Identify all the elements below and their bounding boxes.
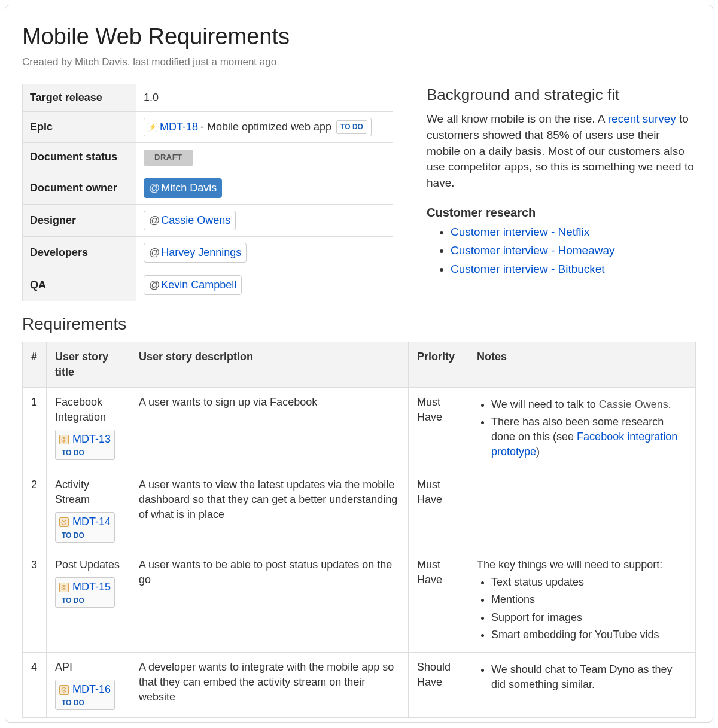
col-notes: Notes xyxy=(468,342,696,387)
row-title-cell: Facebook Integration◎MDT-13TO DO xyxy=(47,387,130,470)
col-desc: User story description xyxy=(130,342,409,387)
meta-label-designer: Designer xyxy=(23,204,136,236)
research-link-item: Customer interview - Netflix xyxy=(451,224,696,240)
research-link[interactable]: Customer interview - Homeaway xyxy=(451,244,615,257)
issue-key: MDT-16 xyxy=(72,682,111,697)
row-num: 1 xyxy=(23,387,47,470)
meta-value-designer: @ Cassie Owens xyxy=(136,204,393,236)
research-heading: Customer research xyxy=(427,204,696,221)
col-title: User story title xyxy=(47,342,130,387)
story-icon: ◎ xyxy=(59,583,69,592)
designer-name: Cassie Owens xyxy=(161,213,230,228)
developer-name: Harvey Jennings xyxy=(161,245,241,260)
row-priority: Must Have xyxy=(409,470,468,550)
research-link-item: Customer interview - Homeaway xyxy=(451,243,696,259)
row-notes: We should chat to Team Dyno as they did … xyxy=(468,652,696,717)
notes-text: Support for images xyxy=(491,611,582,623)
meta-table: Target release 1.0 Epic ⚡ MDT-18 - Mobil… xyxy=(22,84,393,301)
epic-summary: - Mobile optimized web app xyxy=(200,120,331,135)
requirements-heading: Requirements xyxy=(22,312,696,336)
notes-text: Smart embedding for YouTube vids xyxy=(491,629,659,641)
epic-issue-link[interactable]: ⚡ MDT-18 - Mobile optimized web app TO D… xyxy=(144,118,372,136)
at-icon: @ xyxy=(149,181,160,196)
research-link[interactable]: Customer interview - Netflix xyxy=(451,226,589,238)
at-icon: @ xyxy=(149,213,160,228)
notes-list: Text status updatesMentionsSupport for i… xyxy=(477,575,687,642)
meta-label-doc-status: Document status xyxy=(23,143,136,172)
notes-item: There has also been some research done o… xyxy=(491,415,687,460)
row-priority: Should Have xyxy=(409,652,468,717)
story-title: Post Updates xyxy=(55,558,121,572)
meta-value-developers: @ Harvey Jennings xyxy=(136,236,393,269)
row-num: 3 xyxy=(23,550,47,652)
developer-mention[interactable]: @ Harvey Jennings xyxy=(144,243,247,263)
story-icon: ◎ xyxy=(59,685,69,695)
recent-survey-link[interactable]: recent survey xyxy=(608,112,676,125)
designer-mention[interactable]: @ Cassie Owens xyxy=(144,211,236,230)
row-priority: Must Have xyxy=(409,550,468,652)
notes-list: We will need to talk to Cassie Owens.The… xyxy=(477,397,687,460)
story-title: API xyxy=(55,660,121,675)
meta-label-epic: Epic xyxy=(23,112,136,143)
col-priority: Priority xyxy=(409,342,468,387)
row-title-cell: Activity Stream◎MDT-14TO DO xyxy=(47,470,130,550)
background-heading: Background and strategic fit xyxy=(427,84,696,105)
row-desc: A user wants to view the latest updates … xyxy=(130,470,409,550)
notes-text: ) xyxy=(536,446,540,458)
meta-value-doc-owner: @ Mitch Davis xyxy=(136,172,393,204)
at-icon: @ xyxy=(149,245,160,260)
meta-label-qa: QA xyxy=(23,269,136,301)
story-issue-link[interactable]: ◎MDT-13TO DO xyxy=(55,430,115,460)
row-notes: The key things we will need to support:T… xyxy=(468,550,696,652)
notes-list: We should chat to Team Dyno as they did … xyxy=(477,662,687,692)
row-title-cell: Post Updates◎MDT-15TO DO xyxy=(47,550,130,652)
table-row: 4API◎MDT-16TO DOA developer wants to int… xyxy=(23,652,696,717)
owner-name: Mitch Davis xyxy=(161,181,217,196)
issue-key: MDT-14 xyxy=(72,514,111,529)
notes-item: We should chat to Team Dyno as they did … xyxy=(491,662,687,692)
issue-status-lozenge: TO DO xyxy=(59,529,111,542)
issue-status-lozenge: TO DO xyxy=(59,697,111,709)
row-desc: A developer wants to integrate with the … xyxy=(130,652,409,717)
meta-value-epic: ⚡ MDT-18 - Mobile optimized web app TO D… xyxy=(136,112,393,143)
epic-status-lozenge: TO DO xyxy=(336,120,367,134)
story-title: Activity Stream xyxy=(55,477,121,507)
qa-mention[interactable]: @ Kevin Campbell xyxy=(144,275,242,295)
page-title: Mobile Web Requirements xyxy=(22,21,696,53)
inline-mention[interactable]: Cassie Owens xyxy=(599,398,668,410)
table-row: 2Activity Stream◎MDT-14TO DOA user wants… xyxy=(23,470,696,550)
research-link-item: Customer interview - Bitbucket xyxy=(451,261,696,278)
document-page: Mobile Web Requirements Created by Mitch… xyxy=(5,5,713,723)
meta-value-qa: @ Kevin Campbell xyxy=(136,269,393,301)
background-pre: We all know mobile is on the rise. A xyxy=(427,112,608,125)
row-num: 2 xyxy=(23,470,47,550)
story-icon: ◎ xyxy=(59,517,69,527)
meta-value-target-release: 1.0 xyxy=(136,84,393,111)
row-desc: A user wants to be able to post status u… xyxy=(130,550,409,652)
meta-label-target-release: Target release xyxy=(23,84,136,111)
top-columns: Target release 1.0 Epic ⚡ MDT-18 - Mobil… xyxy=(22,84,696,301)
owner-mention[interactable]: @ Mitch Davis xyxy=(144,178,222,198)
research-link[interactable]: Customer interview - Bitbucket xyxy=(451,263,605,275)
background-section: Background and strategic fit We all know… xyxy=(427,84,696,279)
notes-text: . xyxy=(668,398,671,410)
qa-name: Kevin Campbell xyxy=(161,278,236,293)
story-issue-link[interactable]: ◎MDT-15TO DO xyxy=(55,577,115,608)
row-notes: We will need to talk to Cassie Owens.The… xyxy=(468,387,696,470)
notes-text: We will need to talk to xyxy=(491,398,599,410)
draft-lozenge: DRAFT xyxy=(144,150,193,165)
notes-intro: The key things we will need to support: xyxy=(477,558,687,572)
story-issue-link[interactable]: ◎MDT-16TO DO xyxy=(55,680,115,710)
notes-item: Smart embedding for YouTube vids xyxy=(491,628,687,642)
issue-key: MDT-13 xyxy=(72,432,111,447)
issue-status-lozenge: TO DO xyxy=(59,595,111,607)
notes-text: Mentions xyxy=(491,593,535,605)
row-notes xyxy=(468,470,696,550)
notes-item: Mentions xyxy=(491,592,687,607)
story-issue-link[interactable]: ◎MDT-14TO DO xyxy=(55,512,115,543)
issue-key: MDT-15 xyxy=(72,580,111,595)
page-byline: Created by Mitch Davis, last modified ju… xyxy=(22,55,696,69)
notes-item: Text status updates xyxy=(491,575,687,590)
row-num: 4 xyxy=(23,652,47,717)
col-num: # xyxy=(23,342,47,387)
